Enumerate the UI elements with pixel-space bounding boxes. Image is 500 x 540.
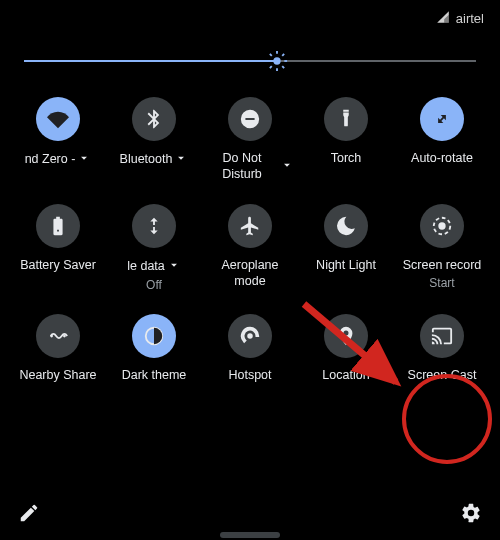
svg-line-7	[270, 66, 272, 68]
tile-sublabel: Off	[146, 278, 162, 292]
svg-point-12	[63, 335, 66, 338]
tile-label: Torch	[331, 151, 362, 167]
nearby-icon[interactable]	[36, 314, 80, 358]
tile-torch[interactable]: Torch	[298, 97, 394, 182]
tile-label: Bluetooth	[120, 152, 173, 168]
tile-label: Screen Cast	[408, 368, 477, 384]
tile-bluetooth[interactable]: Bluetooth	[106, 97, 202, 182]
tile-label: Hotspot	[228, 368, 271, 384]
location-icon[interactable]	[324, 314, 368, 358]
tile-dnd[interactable]: Do Not Disturb	[202, 97, 298, 182]
tile-label: nd Zero -	[25, 152, 76, 168]
gesture-handle[interactable]	[220, 532, 280, 538]
tile-label: Dark theme	[122, 368, 187, 384]
carrier-label: airtel	[456, 11, 484, 26]
quick-settings-grid: nd Zero -BluetoothDo Not DisturbTorchAut…	[0, 97, 500, 384]
signal-icon	[436, 10, 450, 27]
svg-point-11	[50, 335, 53, 338]
tile-sublabel: Start	[429, 276, 454, 290]
tile-label: Auto-rotate	[411, 151, 473, 167]
dnd-icon[interactable]	[228, 97, 272, 141]
tile-darktheme[interactable]: Dark theme	[106, 314, 202, 384]
chevron-down-icon[interactable]	[280, 158, 294, 176]
tile-label: Night Light	[316, 258, 376, 274]
edit-button[interactable]	[18, 502, 40, 528]
tile-label: Nearby Share	[19, 368, 96, 384]
nightlight-icon[interactable]	[324, 204, 368, 248]
svg-point-0	[273, 57, 280, 64]
svg-point-9	[438, 223, 445, 230]
mobiledata-icon[interactable]	[132, 204, 176, 248]
tile-nightlight[interactable]: Night Light	[298, 204, 394, 292]
tile-nearby[interactable]: Nearby Share	[10, 314, 106, 384]
svg-line-5	[270, 54, 272, 56]
tile-hotspot[interactable]: Hotspot	[202, 314, 298, 384]
tile-mobiledata[interactable]: le dataOff	[106, 204, 202, 292]
wifi-icon[interactable]	[36, 97, 80, 141]
annotation-circle	[402, 374, 492, 464]
battery-icon[interactable]	[36, 204, 80, 248]
hotspot-icon[interactable]	[228, 314, 272, 358]
svg-line-6	[282, 66, 284, 68]
cast-icon[interactable]	[420, 314, 464, 358]
settings-button[interactable]	[460, 502, 482, 528]
tile-location[interactable]: Location	[298, 314, 394, 384]
status-bar: airtel	[0, 0, 500, 31]
tile-airplane[interactable]: Aeroplane mode	[202, 204, 298, 292]
tile-wifi[interactable]: nd Zero -	[10, 97, 106, 182]
tile-battery[interactable]: Battery Saver	[10, 204, 106, 292]
chevron-down-icon[interactable]	[167, 258, 181, 276]
chevron-down-icon[interactable]	[174, 151, 188, 169]
tile-label: Aeroplane mode	[206, 258, 294, 289]
torch-icon[interactable]	[324, 97, 368, 141]
brightness-slider[interactable]	[24, 49, 476, 73]
chevron-down-icon[interactable]	[77, 151, 91, 169]
airplane-icon[interactable]	[228, 204, 272, 248]
screenrecord-icon[interactable]	[420, 204, 464, 248]
svg-point-14	[247, 334, 253, 340]
tile-label: Location	[322, 368, 369, 384]
darktheme-icon[interactable]	[132, 314, 176, 358]
brightness-fill	[24, 60, 277, 62]
tile-screenrecord[interactable]: Screen recordStart	[394, 204, 490, 292]
tile-autorotate[interactable]: Auto-rotate	[394, 97, 490, 182]
tile-label: Battery Saver	[20, 258, 96, 274]
autorotate-icon[interactable]	[420, 97, 464, 141]
tile-cast[interactable]: Screen Cast	[394, 314, 490, 384]
svg-line-8	[282, 54, 284, 56]
bluetooth-icon[interactable]	[132, 97, 176, 141]
tile-label: Do Not Disturb	[206, 151, 278, 182]
brightness-thumb	[266, 50, 288, 72]
tile-label: Screen record	[403, 258, 482, 274]
tile-label: le data	[127, 259, 165, 275]
